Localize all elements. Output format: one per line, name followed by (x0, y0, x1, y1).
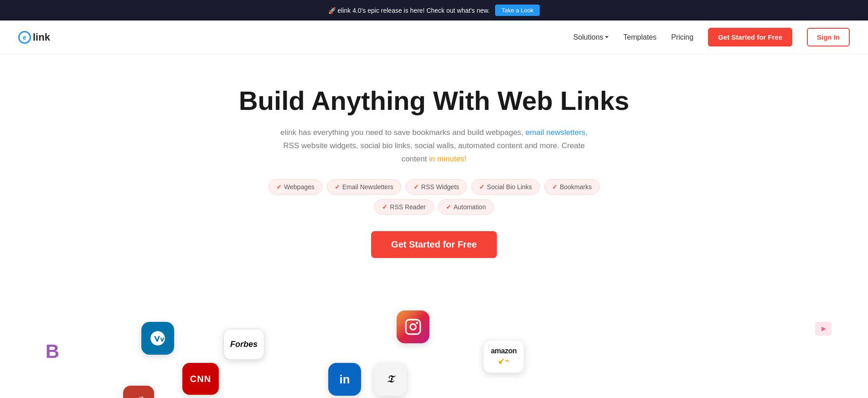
check-icon: ✓ (276, 183, 282, 191)
check-icon: ✓ (479, 183, 485, 191)
nav-links: Solutions Templates Pricing Get Started … (573, 28, 850, 47)
linkedin-icon: in (328, 363, 361, 396)
feature-tag-automation: ✓ Automation (438, 199, 494, 215)
feature-tag-rss-reader: ✓ RSS Reader (374, 199, 434, 215)
hero-desc-highlight1: email newsletters (526, 128, 585, 137)
nav-solutions[interactable]: Solutions (573, 33, 609, 41)
check-icon: ✓ (335, 183, 340, 191)
hero-heading: Build Anything With Web Links (238, 86, 630, 115)
check-icon: ✓ (552, 183, 558, 191)
feature-tag-bookmarks: ✓ Bookmarks (544, 179, 599, 195)
nav-sign-in-button[interactable]: Sign In (807, 28, 850, 47)
top-banner: 🚀 elink 4.0's epic release is here! Chec… (0, 0, 868, 21)
new-york-times-icon: 𝔗 (374, 363, 407, 396)
amazon-icon: amazon ↙~ (483, 340, 524, 373)
hero-cta-button[interactable]: Get Started for Free (371, 231, 497, 258)
nav-get-started-button[interactable]: Get Started for Free (708, 28, 792, 47)
check-icon: ✓ (446, 203, 451, 211)
reddit-icon (123, 386, 154, 398)
play-icon: ▶ (815, 322, 832, 336)
nav-pricing[interactable]: Pricing (671, 33, 693, 41)
feature-tags-container: ✓ Webpages ✓ Email Newsletters ✓ RSS Wid… (238, 179, 630, 215)
logo-text: link (33, 31, 50, 43)
svg-point-3 (131, 395, 146, 398)
blogger-icon: B (41, 340, 64, 363)
floating-icons-area: B Forbes ▶ CNN in 𝔗 (0, 304, 868, 398)
banner-message: 🚀 elink 4.0's epic release is here! Chec… (328, 7, 490, 14)
hero-description: elink has everything you need to save bo… (279, 126, 589, 166)
svg-point-1 (410, 324, 416, 330)
forbes-icon: Forbes (223, 329, 264, 360)
hero-desc-pre: elink has everything you need to save bo… (280, 128, 526, 137)
svg-point-2 (416, 322, 418, 324)
svg-rect-0 (406, 320, 420, 335)
logo-icon: e (18, 31, 31, 44)
chevron-down-icon (605, 36, 609, 38)
navbar: e link Solutions Templates Pricing Get S… (0, 21, 868, 54)
feature-tag-webpages: ✓ Webpages (269, 179, 322, 195)
take-look-button[interactable]: Take a Look (495, 5, 540, 16)
check-icon: ✓ (382, 203, 388, 211)
hero-desc-highlight2: in minutes! (429, 155, 466, 163)
logo[interactable]: e link (18, 31, 50, 44)
nav-templates[interactable]: Templates (623, 33, 656, 41)
instagram-icon (397, 310, 429, 343)
wordpress-icon (141, 322, 174, 355)
feature-tag-email-newsletters: ✓ Email Newsletters (327, 179, 401, 195)
check-icon: ✓ (413, 183, 419, 191)
hero-section: Build Anything With Web Links elink has … (229, 54, 639, 304)
feature-tag-social-bio: ✓ Social Bio Links (471, 179, 540, 195)
cnn-icon: CNN (182, 363, 219, 395)
feature-tag-rss-widgets: ✓ RSS Widgets (406, 179, 467, 195)
